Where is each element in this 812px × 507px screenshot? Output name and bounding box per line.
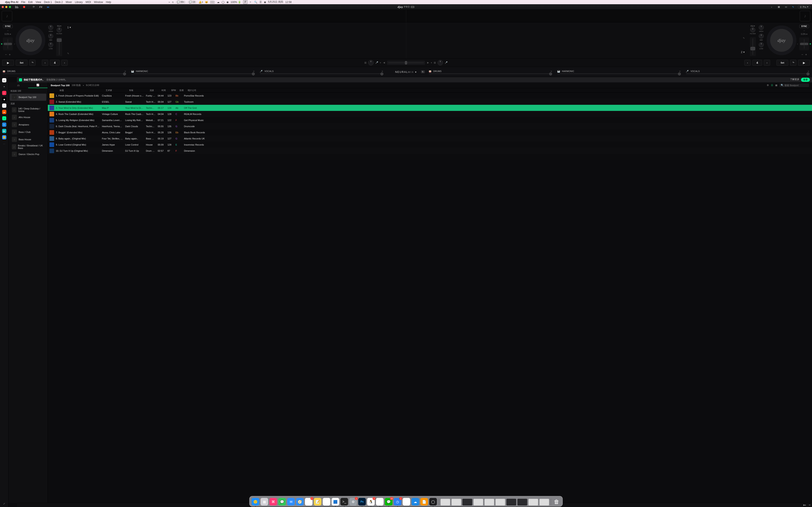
source-more[interactable]: ⋯ [2,142,6,146]
deck1-artwork[interactable]: ♪ [2,11,12,21]
tray-dot-icon[interactable]: ◯ [221,1,224,4]
menu-deck1[interactable]: Deck 1 [44,1,52,4]
source-beatsource[interactable]: b [2,122,6,127]
table-row[interactable]: 5. Losing My Religion (Extended Mix)Sama… [48,117,294,123]
automix-icon[interactable]: ⟳ [31,5,36,9]
control-center-icon[interactable]: ☰ [259,1,262,4]
menu-library[interactable]: Library [75,1,83,4]
source-apple-music[interactable]: ♪ [2,91,6,95]
close-button[interactable] [2,6,4,8]
deck1-vocals-slider[interactable] [260,73,294,74]
table-row[interactable]: 3. Your Mind Is Dirty (Extended Mix)Mau … [48,105,294,111]
column-headers[interactable]: 标题 艺术家 专辑 流派 时间 BPM 音调 唱片公司 [48,88,294,93]
sidebar-tab-trending[interactable]: 📈 [28,82,48,88]
deck1-drums-slider[interactable] [3,73,126,74]
tempo-plus[interactable]: + [9,53,11,56]
deck1-tempo-slider[interactable]: ♪ [3,38,13,50]
tray-icon[interactable]: ⎋ [172,1,173,4]
deck1-high-knob[interactable] [48,25,53,30]
table-row[interactable]: 9. Lose Control (Original Mix)James Hype… [48,142,294,148]
deck1-waveform[interactable]: ♪ [0,10,294,22]
sidebar-item-genre[interactable]: ♪140 / Deep Dubstep / Grime [10,106,46,113]
menu-deck2[interactable]: Deck 2 [55,1,63,4]
sidebar-item-genre[interactable]: ♪Amapiano [10,121,46,128]
deck1-beat-prev[interactable]: ‹ [42,60,48,66]
source-local[interactable]: ⁘ [2,104,6,108]
fx-button[interactable]: FX [38,5,43,9]
source-beatport[interactable]: ♭ [2,116,6,120]
window-controls [2,6,11,8]
app-toolbar: ⟳ FX ⏭ djay PRO AI › ▦ ▭ ∿ ◎ Pro ▾ [0,4,294,10]
table-row[interactable]: 6. Dark Clouds (feat. Heerhorst, Peter P… [48,123,294,129]
menu-view[interactable]: View [36,1,41,4]
skip-icon[interactable]: ⏭ [45,5,51,9]
deck1-harmonic-slider[interactable] [131,73,255,74]
table-row[interactable]: 4. Rock The Casbah (Extended Mix)Vintage… [48,111,294,117]
menu-edit[interactable]: Edit [28,1,33,4]
deck1-number[interactable]: 1 ▾ [67,26,294,29]
minimize-button[interactable] [5,6,7,8]
drums-icon: 🥁 [3,70,5,73]
cloud-icon[interactable]: ☁︎ [217,1,219,4]
sidebar-item-genre[interactable]: ♪Breaks / Breakbeat / UK Bass [10,143,46,151]
source-caret[interactable]: ▾ [2,84,6,89]
menu-help[interactable]: Help [106,1,111,4]
wechat-tray-2[interactable]: 💬19 [188,0,196,4]
menu-file[interactable]: File [21,1,25,4]
sidebar-item-genre[interactable]: ♪Bass House [10,136,46,143]
source-soundcloud[interactable]: ☁︎ [2,110,6,114]
menu-window[interactable]: Window [94,1,103,4]
deck1-loop-out[interactable]: ↷ [29,60,36,66]
deck1-low-knob[interactable] [48,42,53,47]
cat-tray-icon[interactable]: 🐱 [205,1,208,4]
deck1-edit-icon[interactable]: ✎ [67,52,69,55]
tray-icon[interactable]: ⌁ [168,1,170,4]
mixer-icon[interactable] [14,5,19,9]
spotlight-icon[interactable]: 🔍 [254,1,257,4]
list-count: 100 歌曲 [72,83,81,87]
record-button[interactable] [21,5,27,9]
deck1-jogwheel[interactable]: djay [16,25,45,55]
menu-mixer[interactable]: Mixer [66,1,72,4]
wechat-tray-1[interactable]: 💬99+ [176,0,186,4]
mute-icon[interactable]: ✕ [253,70,255,72]
mute-icon[interactable]: ✕ [124,70,126,72]
menu-midi[interactable]: MIDI [86,1,91,4]
deck1-beat-count[interactable]: 4 [50,60,60,66]
wifi-icon[interactable]: ᯤ [250,1,252,4]
deck1-beat-next[interactable]: › [61,60,68,66]
notifications-icon[interactable]: 🔔3 [199,1,203,4]
siri-icon[interactable]: ◉ [264,1,266,4]
sidebar-item-genre[interactable]: ♪Afro House [10,114,46,121]
deck1-filter-knob[interactable] [57,27,62,32]
source-video[interactable]: ▶ [2,129,6,133]
table-row[interactable]: 2. Sweat (Extended Mix)ESSELSweatTech Ho… [48,99,294,105]
deck1-tempo-pct: 0.0% ▾ [5,33,11,35]
sidebar-tab-crate[interactable]: 🗃 [8,82,28,88]
tempo-minus[interactable]: − [5,53,7,56]
menubar-date[interactable]: 5月25日 周四 [268,0,283,4]
deck1-sync-button[interactable]: SYNC [3,24,13,28]
table-row[interactable]: 7. Beggin' (Extended Mix)Aluna, Chris La… [48,129,294,135]
table-row[interactable]: 10. DJ Turn It Up (Original Mix)Dimensio… [48,148,294,154]
table-row[interactable]: 8. Baby again.. (Original Mix)Four Tet, … [48,135,294,142]
circle-icon[interactable]: ◉ [226,1,229,4]
source-finder[interactable]: 🙂 [2,135,6,139]
table-row[interactable]: 1. Fresh (House of Prayers Poolside Edit… [48,93,294,99]
deck1-play-button[interactable]: ▶ [2,60,14,66]
deck1-eq-dropdown[interactable]: EQ ▾ [57,25,61,27]
ime-indicator[interactable]: 拼 [243,0,247,4]
sidebar-item-top100[interactable]: ♪Beatport Top 100 [10,94,46,101]
deck1-mid-knob[interactable] [48,34,53,39]
deck1-volume-fader[interactable] [56,37,62,56]
deck1-cue-set[interactable]: Set [16,60,28,66]
sidebar-item-genre[interactable]: ♪Bass / Club [10,128,46,135]
sidebar-item-genre[interactable]: ♪Dance / Electro Pop [10,151,46,158]
app-menu[interactable]: djay Pro AI [5,1,18,4]
menubar-time[interactable]: 12:58 [285,1,292,4]
source-tidal[interactable]: ◆ [2,97,6,101]
fullscreen-button[interactable] [9,6,11,8]
waveform-row: ♪ ♪ [0,10,294,22]
source-camera[interactable]: ◎ [2,78,6,82]
battery-status[interactable]: 100% 🔋 [231,1,241,4]
